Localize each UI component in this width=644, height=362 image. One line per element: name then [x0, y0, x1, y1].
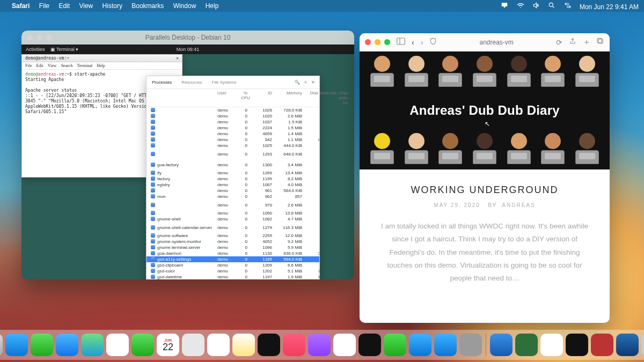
menubar-item[interactable]: Window — [173, 2, 196, 10]
traffic-lights[interactable] — [365, 39, 390, 45]
macos-dock[interactable]: JUN22 — [0, 330, 644, 360]
menubar-item[interactable]: Edit — [58, 2, 70, 10]
table-row[interactable]: gnome-shelldemo010824.7 MiB4.0 MiBN/A — [147, 216, 319, 222]
parallels-titlebar[interactable]: Parallels Desktop - Debian 10 — [21, 31, 354, 45]
dock-app-calendar[interactable]: JUN22 — [157, 334, 179, 356]
col-diskread[interactable]: Disk read tota — [304, 91, 336, 105]
dock-app-messages[interactable] — [31, 334, 53, 356]
menubar-item[interactable]: File — [39, 2, 49, 10]
terminal-menu-item[interactable]: Help — [97, 63, 105, 68]
terminal-menu-item[interactable]: Search — [61, 63, 73, 68]
table-row[interactable]: gnome-terminal-serverdemo010965.9 MiB16.… — [147, 245, 319, 250]
terminal-menubar[interactable]: File Edit View Search Terminal Help — [22, 62, 182, 70]
dock-app-facetime[interactable] — [131, 334, 154, 356]
table-row[interactable]: demo010371.5 KiB17.0 KiBN/A — [147, 119, 319, 125]
table-row[interactable]: goa-factorydemo013003.4 MiB3.6 MiB36.0 K… — [147, 159, 319, 170]
dock-app-app-store[interactable] — [434, 334, 457, 356]
tab-filesystems[interactable]: File Systems — [212, 80, 237, 85]
gnome-system-monitor-window[interactable]: Processes Resources File Systems 🔍 ≡ ✕ U… — [146, 76, 320, 279]
col-diskwrite[interactable]: Disk write tot — [339, 91, 348, 105]
dock-app-safari[interactable] — [5, 334, 28, 356]
table-row[interactable]: mondemo0962857N/AN/A — [147, 194, 319, 200]
back-button[interactable]: ‹ — [412, 38, 414, 47]
table-row[interactable]: gnome-shell-calendar-serverdemo01279116.… — [147, 222, 319, 233]
table-row[interactable]: demo01025444.0 KiB20.0 KiBN/A — [147, 143, 319, 149]
col-cpu[interactable]: % CPU — [241, 91, 247, 105]
tab-resources[interactable]: Resources — [181, 80, 202, 85]
sysmon-process-list[interactable]: demo01028728.0 KiB92.0 KiBN/Ademo010202.… — [147, 107, 319, 279]
table-row[interactable]: demo0105013.8 MiB4.0 MiBN/A — [147, 210, 319, 216]
dock-item-fender[interactable] — [591, 334, 613, 356]
col-name[interactable] — [151, 91, 215, 105]
table-row[interactable]: demo09702.6 MiB27.1 KiB4.0 KiB — [147, 200, 319, 210]
dock-app-tv[interactable] — [258, 334, 280, 356]
dock-item-picture[interactable] — [641, 334, 644, 356]
sidebar-icon[interactable] — [397, 38, 405, 47]
table-row[interactable]: gnome-softwaredemo0225512.0 MiB9.3 MiBN/… — [147, 233, 319, 239]
minimize-button[interactable] — [375, 39, 380, 45]
dock-app-keynote[interactable] — [409, 334, 431, 356]
dock-app-numbers[interactable] — [384, 334, 406, 356]
dock-item-screenshots[interactable] — [515, 334, 538, 356]
dock-app-photos[interactable] — [106, 334, 129, 356]
post-author[interactable]: ANDREAS — [502, 202, 535, 208]
table-row[interactable]: demo01028728.0 KiB92.0 KiBN/A — [147, 107, 319, 113]
gnome-top-bar[interactable]: Activities ▣ Terminal ▾ Mon 09:41 — [21, 45, 354, 54]
table-row[interactable]: gsd-colordemo012025.1 MiB756.0 KiBN/A — [147, 268, 319, 274]
dock-app-news[interactable] — [333, 334, 356, 356]
control-center-icon[interactable] — [564, 2, 572, 9]
menubar-app-name[interactable]: Safari — [12, 2, 30, 10]
privacy-report-icon[interactable] — [429, 38, 437, 47]
dock-app-music[interactable] — [283, 334, 305, 356]
col-id[interactable]: ID — [250, 91, 272, 105]
table-row[interactable]: gsd-a11y-settingsdemo01185584.0 KiB20.0 … — [147, 256, 319, 262]
dock-app-mail[interactable] — [56, 334, 78, 356]
table-row[interactable]: gsd-datetimedemo011971.9 MiB152.0 KiBN/A — [147, 274, 319, 279]
dock-app-system-preferences[interactable] — [459, 334, 482, 356]
dock-app-podcasts[interactable] — [308, 334, 331, 356]
menubar-item[interactable]: History — [103, 2, 122, 10]
search-icon[interactable]: 🔍 — [295, 80, 300, 85]
dock-item-activity[interactable] — [566, 334, 588, 356]
table-row[interactable]: goa-daemondemo01130836.0 KiB344.0 KiBN/A — [147, 250, 319, 256]
close-icon[interactable]: ✕ — [176, 56, 179, 61]
airplay-icon[interactable] — [501, 2, 508, 9]
terminal-menu-item[interactable]: View — [48, 63, 57, 68]
close-button[interactable] — [365, 39, 371, 45]
tab-processes[interactable]: Processes — [152, 80, 172, 85]
table-row[interactable]: demo08421.1 MiB444.0 KiBN/A — [147, 137, 319, 143]
dock-app-notes[interactable] — [232, 334, 255, 356]
dock-app-contacts[interactable] — [182, 334, 204, 356]
terminal-menu-item[interactable]: File — [25, 63, 32, 68]
menubar-clock[interactable]: Mon Jun 22 9:41 AM — [580, 3, 639, 11]
menubar-item[interactable]: View — [79, 2, 93, 10]
table-row[interactable]: gnome-system-monitordemo046529.2 MiBN/AN… — [147, 239, 319, 245]
menubar-item[interactable]: Help — [206, 2, 219, 10]
dock-item-parallels[interactable] — [540, 334, 563, 356]
dock-item-downloads-1[interactable] — [490, 334, 513, 356]
parallels-window[interactable]: Parallels Desktop - Debian 10 Activities… — [21, 31, 354, 279]
col-memory[interactable]: Memory — [274, 91, 302, 105]
dock-app-maps[interactable] — [81, 334, 104, 356]
terminal-menu-item[interactable]: Edit — [36, 63, 43, 68]
dock-app-launchpad[interactable] — [0, 334, 3, 356]
search-icon[interactable] — [548, 2, 555, 9]
table-row[interactable]: demo022241.5 MiB4.0 KiBN/A — [147, 125, 319, 131]
new-tab-button[interactable]: ＋ — [583, 38, 590, 47]
menu-icon[interactable]: ≡ — [304, 80, 307, 85]
wifi-icon[interactable] — [517, 2, 524, 9]
volume-icon[interactable] — [532, 2, 540, 9]
table-row[interactable]: egistrydemo010874.0 MiB3.6 MiBN/A — [147, 182, 319, 188]
table-row[interactable]: demo01293648.0 KiB92.0 KiB192.0 KiB — [147, 149, 319, 159]
reload-button[interactable]: ⟳ — [556, 38, 562, 47]
table-row[interactable]: ifydemo0126913.4 MiB2.0 MiBN/A — [147, 170, 319, 176]
terminal-titlebar[interactable]: demo@andreas-vm:~ ✕ — [22, 55, 182, 62]
table-row[interactable]: gsd-clipboarddemo012096.6 MiB32.0 KiBN/A — [147, 262, 319, 268]
terminal-menu-item[interactable]: Terminal — [77, 63, 92, 68]
table-row[interactable]: demo010202.6 MiB24.0 KiBN/A — [147, 113, 319, 119]
dock-app-stocks[interactable] — [358, 334, 381, 356]
zoom-button[interactable] — [384, 39, 390, 45]
tabs-overview-icon[interactable] — [597, 38, 604, 47]
table-row[interactable]: demo0961584.0 KiB88.0 KiBN/A — [147, 188, 319, 194]
gnome-clock[interactable]: Mon 09:41 — [21, 47, 354, 52]
